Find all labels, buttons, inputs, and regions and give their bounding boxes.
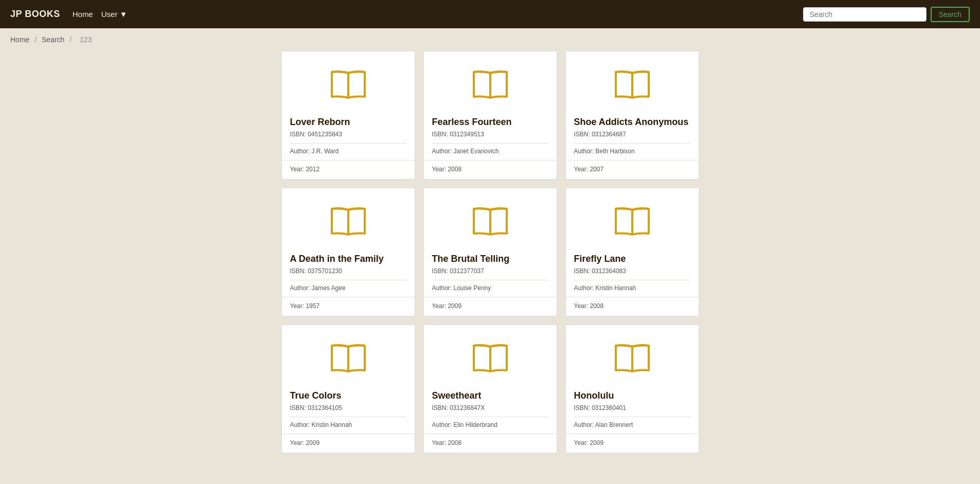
book-year: Year: 2008: [574, 302, 690, 310]
book-card[interactable]: Fearless Fourteen ISBN: 0312349513 Autho…: [423, 51, 557, 180]
book-card[interactable]: Shoe Addicts Anonymous ISBN: 0312364687 …: [565, 51, 699, 180]
nav-user[interactable]: User ▼: [101, 10, 128, 19]
book-title: The Brutal Telling: [432, 254, 548, 264]
book-author: Author: Beth Harbison: [574, 148, 690, 155]
book-author: Author: James Agee: [290, 284, 406, 292]
book-year-section: Year: 2008: [566, 297, 699, 316]
main-content: Lover Reborn ISBN: 0451235843 Author: J.…: [0, 51, 980, 469]
book-isbn: ISBN: 031236847X: [432, 404, 548, 411]
book-info: Shoe Addicts Anonymous ISBN: 0312364687 …: [566, 111, 699, 160]
book-icon: [328, 340, 369, 374]
book-card[interactable]: A Death in the Family ISBN: 0375701230 A…: [281, 188, 415, 316]
book-year-section: Year: 2009: [566, 434, 699, 453]
book-divider: [574, 417, 690, 417]
book-year-section: Year: 2008: [424, 160, 557, 179]
chevron-down-icon: ▼: [119, 10, 127, 19]
nav-home[interactable]: Home: [73, 10, 93, 19]
book-info: True Colors ISBN: 0312364105 Author: Kri…: [282, 384, 415, 434]
book-year-section: Year: 2009: [282, 434, 415, 453]
book-author: Author: Elin Hilderbrand: [432, 421, 548, 428]
book-cover: [282, 188, 415, 247]
book-card[interactable]: The Brutal Telling ISBN: 0312377037 Auth…: [423, 188, 557, 316]
book-year-section: Year: 2012: [282, 160, 415, 179]
book-icon: [328, 67, 369, 100]
search-button[interactable]: Search: [931, 7, 970, 22]
book-author: Author: Kristin Hannah: [574, 284, 690, 292]
breadcrumb: Home / Search / 123: [0, 28, 980, 51]
nav-user-label: User: [101, 10, 118, 19]
book-isbn: ISBN: 0312364105: [290, 404, 406, 411]
book-card[interactable]: Lover Reborn ISBN: 0451235843 Author: J.…: [281, 51, 415, 180]
breadcrumb-home[interactable]: Home: [10, 35, 29, 44]
book-title: Firefly Lane: [574, 254, 690, 264]
search-container: Search: [803, 7, 970, 22]
book-isbn: ISBN: 0312364083: [574, 267, 690, 275]
book-year-section: Year: 1957: [282, 297, 415, 316]
book-divider: [432, 143, 548, 144]
book-author: Author: Kristin Hannah: [290, 421, 406, 428]
book-card[interactable]: True Colors ISBN: 0312364105 Author: Kri…: [281, 325, 415, 453]
book-author: Author: Alan Brennert: [574, 421, 690, 428]
book-year: Year: 2009: [290, 439, 406, 446]
book-info: Fearless Fourteen ISBN: 0312349513 Autho…: [424, 111, 557, 160]
book-cover: [424, 325, 557, 384]
book-icon: [328, 204, 369, 237]
book-isbn: ISBN: 0312349513: [432, 131, 548, 138]
breadcrumb-query: 123: [80, 35, 92, 44]
breadcrumb-search[interactable]: Search: [42, 35, 64, 44]
book-isbn: ISBN: 0312377037: [432, 267, 548, 275]
search-input[interactable]: [803, 7, 926, 22]
book-year-section: Year: 2009: [424, 297, 557, 316]
book-title: Shoe Addicts Anonymous: [574, 117, 690, 128]
book-info: Lover Reborn ISBN: 0451235843 Author: J.…: [282, 111, 415, 160]
book-year-section: Year: 2008: [424, 434, 557, 453]
book-cover: [282, 51, 415, 111]
book-title: Honolulu: [574, 390, 690, 401]
breadcrumb-sep-1: /: [34, 35, 39, 44]
book-card[interactable]: Firefly Lane ISBN: 0312364083 Author: Kr…: [565, 188, 699, 316]
book-year-section: Year: 2007: [566, 160, 699, 179]
book-isbn: ISBN: 0312364687: [574, 131, 690, 138]
book-cover: [424, 188, 557, 247]
book-icon: [470, 67, 511, 100]
book-info: Sweetheart ISBN: 031236847X Author: Elin…: [424, 384, 557, 434]
book-isbn: ISBN: 0451235843: [290, 131, 406, 138]
book-cover: [424, 51, 557, 111]
book-cover: [566, 325, 699, 384]
book-year: Year: 2009: [432, 302, 548, 310]
book-divider: [574, 280, 690, 280]
book-author: Author: Louise Penny: [432, 284, 548, 292]
book-title: A Death in the Family: [290, 254, 406, 264]
breadcrumb-sep-2: /: [69, 35, 74, 44]
book-icon: [612, 204, 653, 237]
book-title: Fearless Fourteen: [432, 117, 548, 128]
book-year: Year: 2007: [574, 166, 690, 173]
book-info: Firefly Lane ISBN: 0312364083 Author: Kr…: [566, 247, 699, 297]
book-author: Author: J.R. Ward: [290, 148, 406, 155]
book-card[interactable]: Honolulu ISBN: 0312360401 Author: Alan B…: [565, 325, 699, 453]
book-cover: [566, 188, 699, 247]
book-info: The Brutal Telling ISBN: 0312377037 Auth…: [424, 247, 557, 297]
navbar: JP BOOKS Home User ▼ Search: [0, 0, 980, 28]
book-divider: [290, 417, 406, 417]
book-year: Year: 2008: [432, 439, 548, 446]
book-divider: [290, 143, 406, 144]
book-title: Lover Reborn: [290, 117, 406, 128]
book-divider: [574, 143, 690, 144]
book-year: Year: 2012: [290, 166, 406, 173]
book-info: Honolulu ISBN: 0312360401 Author: Alan B…: [566, 384, 699, 434]
book-cover: [282, 325, 415, 384]
book-isbn: ISBN: 0312360401: [574, 404, 690, 411]
book-isbn: ISBN: 0375701230: [290, 267, 406, 275]
book-divider: [432, 280, 548, 280]
book-title: True Colors: [290, 390, 406, 401]
book-divider: [290, 280, 406, 280]
book-card[interactable]: Sweetheart ISBN: 031236847X Author: Elin…: [423, 325, 557, 453]
book-cover: [566, 51, 699, 111]
book-icon: [612, 67, 653, 100]
book-year: Year: 1957: [290, 302, 406, 310]
book-icon: [470, 204, 511, 237]
book-year: Year: 2008: [432, 166, 548, 173]
book-icon: [612, 340, 653, 374]
book-author: Author: Janet Evanovich: [432, 148, 548, 155]
